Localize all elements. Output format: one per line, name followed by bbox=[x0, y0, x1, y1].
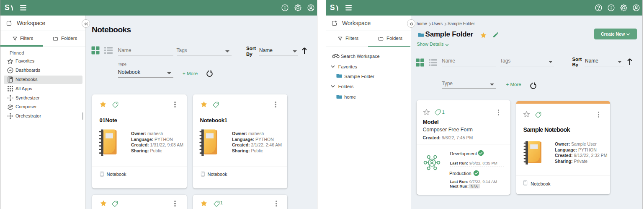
svg-text:S: S bbox=[5, 3, 10, 12]
svg-text:S: S bbox=[330, 3, 335, 12]
